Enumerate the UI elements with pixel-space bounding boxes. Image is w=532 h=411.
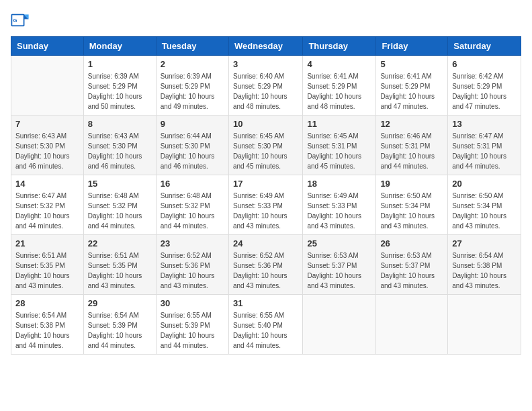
- day-number: 22: [88, 238, 152, 248]
- calendar-cell: 18Sunrise: 6:49 AM Sunset: 5:33 PM Dayli…: [303, 175, 376, 235]
- day-info: Sunrise: 6:53 AM Sunset: 5:37 PM Dayligh…: [307, 250, 371, 291]
- calendar-cell: 6Sunrise: 6:42 AM Sunset: 5:29 PM Daylig…: [448, 56, 521, 116]
- day-number: 4: [307, 59, 371, 69]
- calendar-cell: 26Sunrise: 6:53 AM Sunset: 5:37 PM Dayli…: [376, 235, 448, 295]
- day-number: 13: [452, 119, 517, 129]
- day-info: Sunrise: 6:45 AM Sunset: 5:30 PM Dayligh…: [233, 131, 298, 171]
- col-saturday: Saturday: [448, 37, 521, 56]
- day-info: Sunrise: 6:49 AM Sunset: 5:33 PM Dayligh…: [307, 191, 371, 231]
- day-info: Sunrise: 6:43 AM Sunset: 5:30 PM Dayligh…: [88, 131, 152, 171]
- day-number: 27: [452, 238, 517, 248]
- calendar-cell: 3Sunrise: 6:40 AM Sunset: 5:29 PM Daylig…: [228, 56, 302, 116]
- svg-text:G: G: [13, 17, 17, 24]
- day-info: Sunrise: 6:51 AM Sunset: 5:35 PM Dayligh…: [15, 250, 79, 291]
- day-number: 19: [380, 179, 443, 189]
- calendar-week-row: 28Sunrise: 6:54 AM Sunset: 5:38 PM Dayli…: [11, 295, 521, 355]
- day-info: Sunrise: 6:43 AM Sunset: 5:30 PM Dayligh…: [15, 131, 79, 171]
- day-number: 20: [452, 179, 517, 189]
- day-number: 28: [15, 298, 79, 308]
- calendar-cell: 20Sunrise: 6:50 AM Sunset: 5:34 PM Dayli…: [448, 175, 521, 235]
- calendar-week-row: 7Sunrise: 6:43 AM Sunset: 5:30 PM Daylig…: [11, 116, 521, 175]
- day-info: Sunrise: 6:41 AM Sunset: 5:29 PM Dayligh…: [307, 71, 371, 111]
- calendar-cell: 2Sunrise: 6:39 AM Sunset: 5:29 PM Daylig…: [156, 56, 228, 116]
- calendar-cell: 4Sunrise: 6:41 AM Sunset: 5:29 PM Daylig…: [303, 56, 376, 116]
- day-info: Sunrise: 6:52 AM Sunset: 5:36 PM Dayligh…: [161, 250, 224, 291]
- day-number: 26: [380, 238, 443, 248]
- day-info: Sunrise: 6:55 AM Sunset: 5:39 PM Dayligh…: [161, 310, 224, 351]
- calendar-cell: [448, 295, 521, 355]
- day-info: Sunrise: 6:41 AM Sunset: 5:29 PM Dayligh…: [380, 71, 443, 111]
- day-number: 12: [380, 119, 443, 129]
- calendar-cell: 7Sunrise: 6:43 AM Sunset: 5:30 PM Daylig…: [11, 116, 84, 175]
- day-info: Sunrise: 6:46 AM Sunset: 5:31 PM Dayligh…: [380, 131, 443, 171]
- day-number: 15: [88, 179, 152, 189]
- day-number: 3: [233, 59, 298, 69]
- col-monday: Monday: [83, 37, 156, 56]
- calendar-week-row: 21Sunrise: 6:51 AM Sunset: 5:35 PM Dayli…: [11, 235, 521, 295]
- day-number: 10: [233, 119, 298, 129]
- calendar-cell: 27Sunrise: 6:54 AM Sunset: 5:38 PM Dayli…: [448, 235, 521, 295]
- calendar-cell: 14Sunrise: 6:47 AM Sunset: 5:32 PM Dayli…: [11, 175, 84, 235]
- day-number: 21: [15, 238, 79, 248]
- calendar-cell: 30Sunrise: 6:55 AM Sunset: 5:39 PM Dayli…: [156, 295, 228, 355]
- day-info: Sunrise: 6:47 AM Sunset: 5:31 PM Dayligh…: [452, 131, 517, 171]
- day-info: Sunrise: 6:45 AM Sunset: 5:31 PM Dayligh…: [307, 131, 371, 171]
- day-number: 9: [161, 119, 224, 129]
- day-number: 30: [161, 298, 224, 308]
- calendar-cell: 13Sunrise: 6:47 AM Sunset: 5:31 PM Dayli…: [448, 116, 521, 175]
- day-info: Sunrise: 6:48 AM Sunset: 5:32 PM Dayligh…: [88, 191, 152, 231]
- calendar-cell: 29Sunrise: 6:54 AM Sunset: 5:39 PM Dayli…: [83, 295, 156, 355]
- calendar-cell: 10Sunrise: 6:45 AM Sunset: 5:30 PM Dayli…: [228, 116, 302, 175]
- day-info: Sunrise: 6:49 AM Sunset: 5:33 PM Dayligh…: [233, 191, 298, 231]
- day-info: Sunrise: 6:54 AM Sunset: 5:39 PM Dayligh…: [88, 310, 152, 351]
- col-tuesday: Tuesday: [156, 37, 228, 56]
- day-number: 5: [380, 59, 443, 69]
- day-info: Sunrise: 6:54 AM Sunset: 5:38 PM Dayligh…: [452, 250, 517, 291]
- calendar-cell: 12Sunrise: 6:46 AM Sunset: 5:31 PM Dayli…: [376, 116, 448, 175]
- calendar-cell: 5Sunrise: 6:41 AM Sunset: 5:29 PM Daylig…: [376, 56, 448, 116]
- calendar-cell: 28Sunrise: 6:54 AM Sunset: 5:38 PM Dayli…: [11, 295, 84, 355]
- col-friday: Friday: [376, 37, 448, 56]
- day-number: 24: [233, 238, 298, 248]
- day-info: Sunrise: 6:51 AM Sunset: 5:35 PM Dayligh…: [88, 250, 152, 291]
- day-number: 8: [88, 119, 152, 129]
- day-info: Sunrise: 6:48 AM Sunset: 5:32 PM Dayligh…: [161, 191, 224, 231]
- day-number: 23: [161, 238, 224, 248]
- calendar-cell: 25Sunrise: 6:53 AM Sunset: 5:37 PM Dayli…: [303, 235, 376, 295]
- calendar-cell: 9Sunrise: 6:44 AM Sunset: 5:30 PM Daylig…: [156, 116, 228, 175]
- day-info: Sunrise: 6:47 AM Sunset: 5:32 PM Dayligh…: [15, 191, 79, 231]
- calendar-table: Sunday Monday Tuesday Wednesday Thursday…: [11, 36, 521, 355]
- calendar-cell: 31Sunrise: 6:55 AM Sunset: 5:40 PM Dayli…: [228, 295, 302, 355]
- calendar-header-row: Sunday Monday Tuesday Wednesday Thursday…: [11, 37, 521, 56]
- day-number: 11: [307, 119, 371, 129]
- day-number: 25: [307, 238, 371, 248]
- day-number: 31: [233, 298, 298, 308]
- calendar-cell: 19Sunrise: 6:50 AM Sunset: 5:34 PM Dayli…: [376, 175, 448, 235]
- logo-icon: G: [11, 11, 30, 30]
- calendar-cell: 21Sunrise: 6:51 AM Sunset: 5:35 PM Dayli…: [11, 235, 84, 295]
- day-info: Sunrise: 6:40 AM Sunset: 5:29 PM Dayligh…: [233, 71, 298, 111]
- calendar-cell: [376, 295, 448, 355]
- calendar-cell: 17Sunrise: 6:49 AM Sunset: 5:33 PM Dayli…: [228, 175, 302, 235]
- day-number: 29: [88, 298, 152, 308]
- day-info: Sunrise: 6:39 AM Sunset: 5:29 PM Dayligh…: [88, 71, 152, 111]
- logo: G: [11, 11, 31, 30]
- calendar-cell: 22Sunrise: 6:51 AM Sunset: 5:35 PM Dayli…: [83, 235, 156, 295]
- day-number: 17: [233, 179, 298, 189]
- calendar-week-row: 14Sunrise: 6:47 AM Sunset: 5:32 PM Dayli…: [11, 175, 521, 235]
- calendar-week-row: 1Sunrise: 6:39 AM Sunset: 5:29 PM Daylig…: [11, 56, 521, 116]
- calendar-cell: 16Sunrise: 6:48 AM Sunset: 5:32 PM Dayli…: [156, 175, 228, 235]
- col-sunday: Sunday: [11, 37, 84, 56]
- day-info: Sunrise: 6:53 AM Sunset: 5:37 PM Dayligh…: [380, 250, 443, 291]
- day-number: 14: [15, 179, 79, 189]
- col-wednesday: Wednesday: [228, 37, 302, 56]
- calendar-cell: 24Sunrise: 6:52 AM Sunset: 5:36 PM Dayli…: [228, 235, 302, 295]
- calendar-cell: 8Sunrise: 6:43 AM Sunset: 5:30 PM Daylig…: [83, 116, 156, 175]
- calendar-cell: [303, 295, 376, 355]
- day-info: Sunrise: 6:55 AM Sunset: 5:40 PM Dayligh…: [233, 310, 298, 351]
- day-number: 6: [452, 59, 517, 69]
- day-number: 1: [88, 59, 152, 69]
- day-info: Sunrise: 6:39 AM Sunset: 5:29 PM Dayligh…: [161, 71, 224, 111]
- calendar-cell: [11, 56, 84, 116]
- calendar-cell: 15Sunrise: 6:48 AM Sunset: 5:32 PM Dayli…: [83, 175, 156, 235]
